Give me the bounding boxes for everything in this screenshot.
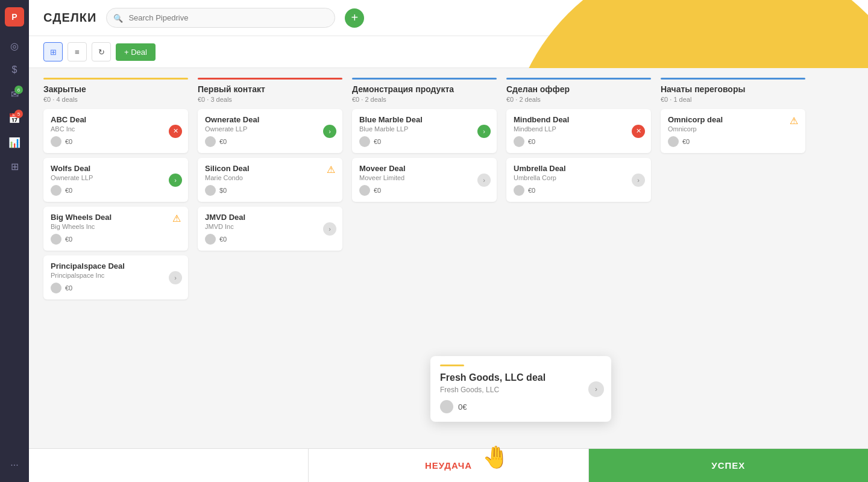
card-avatar <box>51 234 61 245</box>
sidebar-item-mail[interactable]: ✉ 6 <box>5 84 24 104</box>
floating-card-accent <box>440 365 464 366</box>
cards-negotiations: Omnicorp deal Omnicorp €0 ⚠ <box>661 109 805 153</box>
card-title: Big Wheels Deal <box>51 213 181 222</box>
card-amount: €0 <box>219 138 227 145</box>
mail-badge: 6 <box>14 86 23 94</box>
cards-first-contact: Ownerate Deal Ownerate LLP €0 › Silicon … <box>198 109 342 251</box>
bottom-empty-button[interactable] <box>29 449 309 482</box>
column-negotiations: Начаты переговоры €0 · 1 deal Omnicorp d… <box>661 78 805 472</box>
col-accent-negotiations <box>661 78 805 80</box>
card-avatar <box>668 136 679 147</box>
col-accent-demo <box>352 78 497 80</box>
card-action-gray[interactable]: › <box>323 222 336 236</box>
column-first-contact: Первый контакт €0 · 3 deals Ownerate Dea… <box>198 78 342 472</box>
card-amount: €0 <box>65 138 72 145</box>
sidebar-item-layers[interactable]: ⊞ <box>5 157 24 176</box>
card-company: Umbrella Corp <box>514 174 644 181</box>
card-title: Umbrella Deal <box>514 164 644 173</box>
sidebar-item-more[interactable]: ··· <box>5 455 24 475</box>
card-company: JMVD Inc <box>205 223 335 230</box>
card-footer: €0 <box>668 136 798 147</box>
floating-card-footer: 0€ <box>440 400 602 413</box>
col-title-closed: Закрытые <box>43 84 188 94</box>
sidebar-item-chart[interactable]: 📊 <box>5 133 24 152</box>
card-amount: €0 <box>374 138 381 145</box>
card-action-green[interactable]: › <box>169 174 182 187</box>
floating-deal-card[interactable]: Fresh Goods, LLC deal Fresh Goods, LLC 0… <box>430 356 611 422</box>
card-action-green[interactable]: › <box>323 125 336 138</box>
card-action-gray[interactable]: › <box>169 271 182 284</box>
card-avatar <box>514 136 524 147</box>
col-meta-offer: €0 · 2 deals <box>506 96 651 103</box>
success-button[interactable]: УСПЕХ <box>589 449 868 482</box>
card-avatar <box>205 185 216 196</box>
card-company: Ownerate LLP <box>51 174 181 181</box>
table-row[interactable]: Umbrella Deal Umbrella Corp €0 › <box>506 158 651 202</box>
card-footer: €0 <box>51 136 181 147</box>
card-footer: €0 <box>514 136 644 147</box>
app-logo[interactable]: P <box>5 7 24 27</box>
card-amount: €0 <box>65 187 72 194</box>
table-row[interactable]: ABC Deal ABC Inc €0 ✕ <box>43 109 188 153</box>
card-action-red[interactable]: ✕ <box>169 125 182 138</box>
col-accent-offer <box>506 78 651 80</box>
card-amount: €0 <box>65 236 72 243</box>
sidebar-item-calendar[interactable]: 📅 5 <box>5 108 24 128</box>
card-action-gray[interactable]: › <box>477 174 491 187</box>
add-button[interactable]: + <box>345 8 364 28</box>
card-title: Silicon Deal <box>205 164 335 173</box>
bottom-bar: НЕУДАЧА УСПЕХ <box>29 448 868 482</box>
card-company: Moveer Limited <box>359 174 489 181</box>
refresh-button[interactable]: ↻ <box>92 42 111 61</box>
card-title: Mindbend Deal <box>514 115 644 124</box>
card-footer: $0 <box>205 185 335 196</box>
table-row[interactable]: Ownerate Deal Ownerate LLP €0 › <box>198 109 342 153</box>
card-action-green[interactable]: › <box>477 125 491 138</box>
card-avatar <box>205 234 216 245</box>
table-row[interactable]: JMVD Deal JMVD Inc €0 › <box>198 207 342 251</box>
add-deal-button[interactable]: + Deal <box>116 43 156 61</box>
card-avatar <box>51 283 61 293</box>
search-input[interactable] <box>106 8 335 28</box>
table-row[interactable]: Mindbend Deal Mindbend LLP €0 ✕ <box>506 109 651 153</box>
list-view-button[interactable]: ≡ <box>68 42 87 61</box>
card-footer: €0 <box>359 185 489 196</box>
kanban-board: Закрытые €0 · 4 deals ABC Deal ABC Inc €… <box>29 68 868 482</box>
card-action-gray[interactable]: › <box>632 174 645 187</box>
column-closed: Закрытые €0 · 4 deals ABC Deal ABC Inc €… <box>43 78 188 472</box>
table-row[interactable]: Blue Marble Deal Blue Marble LLP €0 › <box>352 109 497 153</box>
main-content: СДЕЛКИ 🔍 + 💡 ❓ AP ⊞ ≡ ↻ + Deal €0 · 12 d… <box>29 0 868 482</box>
card-action-warning[interactable]: ⚠ <box>787 114 800 127</box>
sidebar-item-target[interactable]: ◎ <box>5 36 24 55</box>
table-row[interactable]: Moveer Deal Moveer Limited €0 › <box>352 158 497 202</box>
card-action-warning[interactable]: ⚠ <box>324 163 338 176</box>
table-row[interactable]: Wolfs Deal Ownerate LLP €0 › <box>43 158 188 202</box>
card-title: ABC Deal <box>51 115 181 124</box>
col-meta-negotiations: €0 · 1 deal <box>661 96 805 103</box>
col-header-negotiations: Начаты переговоры €0 · 1 deal <box>661 84 805 103</box>
col-meta-first-contact: €0 · 3 deals <box>198 96 342 103</box>
col-meta-demo: €0 · 2 deals <box>352 96 497 103</box>
card-action-warning[interactable]: ⚠ <box>170 211 183 225</box>
failure-button[interactable]: НЕУДАЧА <box>309 449 588 482</box>
card-avatar <box>51 136 61 147</box>
card-avatar <box>51 185 61 196</box>
col-title-demo: Демонстрация продукта <box>352 84 497 94</box>
col-header-demo: Демонстрация продукта €0 · 2 deals <box>352 84 497 103</box>
card-company: Blue Marble LLP <box>359 125 489 133</box>
table-row[interactable]: Silicon Deal Marie Condo $0 ⚠ <box>198 158 342 202</box>
card-footer: €0 <box>205 234 335 245</box>
card-footer: €0 <box>51 283 181 293</box>
table-row[interactable]: Omnicorp deal Omnicorp €0 ⚠ <box>661 109 805 153</box>
kanban-view-button[interactable]: ⊞ <box>43 42 63 61</box>
table-row[interactable]: Big Wheels Deal Big Wheels Inc €0 ⚠ <box>43 207 188 251</box>
card-company: Marie Condo <box>205 174 335 181</box>
table-row[interactable]: Principalspace Deal Principalspace Inc €… <box>43 255 188 299</box>
sidebar-item-dollar[interactable]: $ <box>5 60 24 80</box>
card-company: ABC Inc <box>51 125 181 133</box>
floating-arrow-icon[interactable]: › <box>588 381 604 397</box>
card-action-red[interactable]: ✕ <box>632 125 645 138</box>
card-amount: €0 <box>682 138 690 145</box>
card-company: Principalspace Inc <box>51 272 181 279</box>
search-icon: 🔍 <box>113 13 123 22</box>
